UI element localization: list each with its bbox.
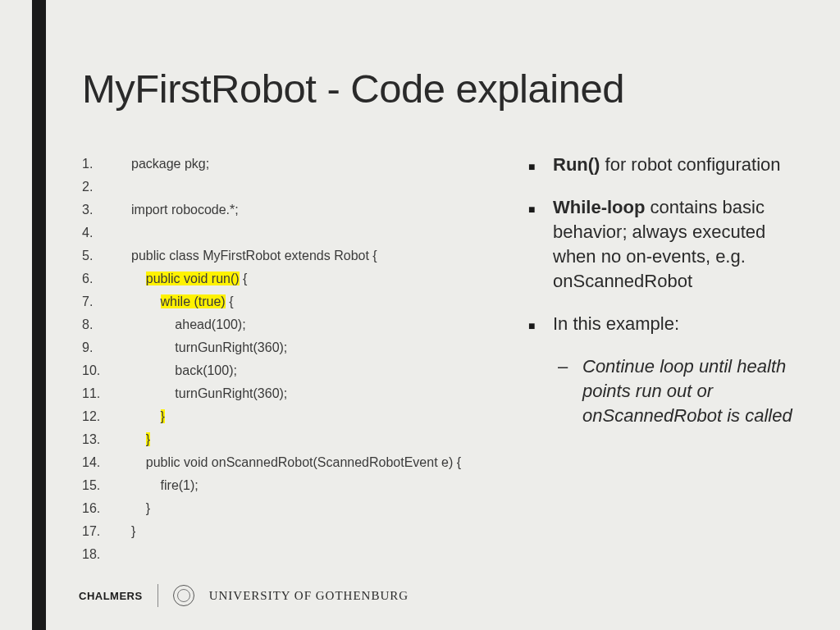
highlight: } xyxy=(161,409,165,423)
code-text: fire(1); xyxy=(131,474,199,497)
line-number: 7. xyxy=(82,290,131,313)
code-line: 4. xyxy=(82,221,476,244)
gu-seal-icon xyxy=(173,585,194,606)
bullet-item: Run() for robot configuration xyxy=(525,153,799,177)
code-line: 13. } xyxy=(82,428,476,451)
bullet-list: Run() for robot configurationWhile-loop … xyxy=(525,153,799,566)
footer: CHALMERS UNIVERSITY OF GOTHENBURG xyxy=(79,584,409,607)
code-line: 2. xyxy=(82,176,476,199)
code-listing: 1.package pkg;2.3.import robocode.*;4.5.… xyxy=(82,153,476,566)
code-line: 14. public void onScannedRobot(ScannedRo… xyxy=(82,451,476,474)
line-number: 14. xyxy=(82,451,131,474)
code-text: turnGunRight(360); xyxy=(131,336,287,359)
slide-content: MyFirstRobot - Code explained 1.package … xyxy=(82,66,799,566)
code-line: 5.public class MyFirstRobot extends Robo… xyxy=(82,244,476,267)
line-number: 10. xyxy=(82,359,131,382)
code-line: 11. turnGunRight(360); xyxy=(82,382,476,405)
line-number: 4. xyxy=(82,221,131,244)
code-line: 18. xyxy=(82,543,476,566)
code-line: 1.package pkg; xyxy=(82,153,476,176)
line-number: 9. xyxy=(82,336,131,359)
line-number: 16. xyxy=(82,497,131,520)
footer-divider xyxy=(158,584,158,607)
code-line: 10. back(100); xyxy=(82,359,476,382)
line-number: 13. xyxy=(82,428,131,451)
gu-wordmark: UNIVERSITY OF GOTHENBURG xyxy=(209,589,409,603)
code-line: 15. fire(1); xyxy=(82,474,476,497)
bullet-sub-item: Continue loop until health points run ou… xyxy=(525,354,799,428)
highlight: while (true) xyxy=(161,294,226,308)
code-text: } xyxy=(131,497,150,520)
bullet-item: In this example: xyxy=(525,312,799,336)
line-number: 3. xyxy=(82,199,131,221)
code-text: import robocode.*; xyxy=(131,199,239,221)
highlight: } xyxy=(146,432,150,446)
code-text: } xyxy=(131,520,135,543)
code-text: public void onScannedRobot(ScannedRobotE… xyxy=(131,451,461,474)
code-line: 17.} xyxy=(82,520,476,543)
line-number: 5. xyxy=(82,244,131,267)
code-text: public class MyFirstRobot extends Robot … xyxy=(131,244,377,267)
line-number: 2. xyxy=(82,176,131,199)
code-line: 6. public void run() { xyxy=(82,267,476,290)
bullet-bold: Run() xyxy=(553,154,600,175)
line-number: 1. xyxy=(82,153,131,176)
code-line: 7. while (true) { xyxy=(82,290,476,313)
bullet-item: While-loop contains basic behavior; alwa… xyxy=(525,195,799,294)
code-line: 16. } xyxy=(82,497,476,520)
code-text: } xyxy=(131,405,165,428)
line-number: 11. xyxy=(82,382,131,405)
chalmers-logo: CHALMERS xyxy=(79,590,143,602)
line-number: 17. xyxy=(82,520,131,543)
code-text: ahead(100); xyxy=(131,313,246,336)
code-line: 3.import robocode.*; xyxy=(82,199,476,221)
code-text: while (true) { xyxy=(131,290,234,313)
bullet-bold: While-loop xyxy=(553,197,645,217)
line-number: 15. xyxy=(82,474,131,497)
highlight: public void run() xyxy=(146,272,240,285)
line-number: 6. xyxy=(82,267,131,290)
code-text: back(100); xyxy=(131,359,237,382)
slide-title: MyFirstRobot - Code explained xyxy=(82,66,799,112)
code-text: package pkg; xyxy=(131,153,209,176)
code-line: 9. turnGunRight(360); xyxy=(82,336,476,359)
line-number: 8. xyxy=(82,313,131,336)
code-text: turnGunRight(360); xyxy=(131,382,287,405)
code-line: 8. ahead(100); xyxy=(82,313,476,336)
line-number: 18. xyxy=(82,543,131,566)
slide-accent-bar xyxy=(32,0,46,630)
columns: 1.package pkg;2.3.import robocode.*;4.5.… xyxy=(82,153,799,566)
line-number: 12. xyxy=(82,405,131,428)
code-text: } xyxy=(131,428,150,451)
bullet-ul: Run() for robot configurationWhile-loop … xyxy=(525,153,799,428)
code-text: public void run() { xyxy=(131,267,247,290)
code-line: 12. } xyxy=(82,405,476,428)
